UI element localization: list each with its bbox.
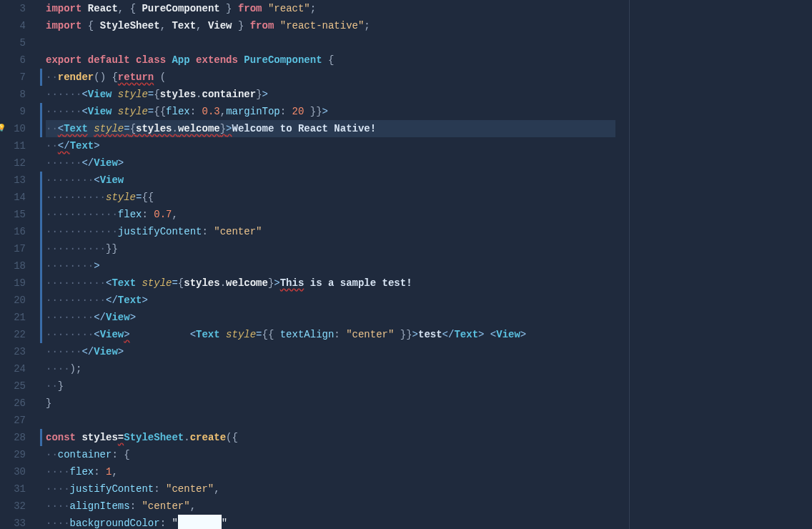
token-punc: () xyxy=(94,71,106,83)
token-jsxbr: > xyxy=(322,106,328,117)
line-number[interactable]: 12 xyxy=(0,154,26,172)
line-number[interactable]: 3 xyxy=(0,0,26,17)
line-number[interactable]: 26 xyxy=(0,395,26,412)
line-number[interactable]: 16 xyxy=(0,223,26,240)
token-prop: marginTop xyxy=(226,106,280,117)
line-number[interactable]: 25 xyxy=(0,377,26,395)
token-str: "center" xyxy=(214,226,262,237)
token-cls: App xyxy=(172,54,189,66)
line-number[interactable]: 22 xyxy=(0,326,26,343)
token-jsxbr: </ xyxy=(81,346,94,357)
token-txt: test xyxy=(418,329,442,340)
code-line[interactable]: ········<View xyxy=(46,172,615,189)
code-line[interactable]: ··········<Text style={styles.welcome}>T… xyxy=(46,275,615,292)
code-line[interactable]: } xyxy=(46,395,615,412)
change-marker xyxy=(40,275,42,292)
line-number[interactable]: 31 xyxy=(0,480,26,498)
code-line[interactable]: ········> xyxy=(46,257,615,275)
line-number[interactable]: 32 xyxy=(0,498,26,515)
code-line[interactable]: import { StyleSheet, Text, View } from "… xyxy=(46,17,615,34)
line-number[interactable]: 10💡 xyxy=(0,120,26,137)
token-tag: Text xyxy=(118,295,142,306)
line-number[interactable]: 4 xyxy=(0,17,26,34)
line-number[interactable]: 30 xyxy=(0,463,26,480)
line-number[interactable]: 29 xyxy=(0,446,26,463)
token-punc: ); xyxy=(70,363,82,375)
token-jsxbr: > xyxy=(226,123,232,134)
line-number[interactable]: 28 xyxy=(0,429,26,446)
token-cls: StyleSheet xyxy=(124,432,184,443)
whitespace-dots: ············ xyxy=(46,226,118,237)
token-fn: render xyxy=(58,71,94,83)
change-marker xyxy=(40,223,42,240)
code-line[interactable]: ····backgroundColor: "#F5FCFF" xyxy=(46,515,615,529)
line-number[interactable]: 20 xyxy=(0,292,26,309)
line-number[interactable]: 15 xyxy=(0,206,26,223)
token-id: styles xyxy=(81,432,117,443)
token-jsxbr: > xyxy=(130,312,136,323)
line-number[interactable]: 18 xyxy=(0,257,26,275)
code-line[interactable]: ····justifyContent: "center", xyxy=(46,480,615,498)
token-kw: class xyxy=(136,54,166,66)
code-line[interactable]: ··<Text style={styles.welcome}>Welcome t… xyxy=(46,120,615,137)
line-number[interactable]: 11 xyxy=(0,137,26,154)
code-line[interactable]: ··········}} xyxy=(46,240,615,257)
token-punc: . xyxy=(220,277,226,289)
line-number[interactable]: 13 xyxy=(0,172,26,189)
line-number[interactable]: 17 xyxy=(0,240,26,257)
line-number[interactable]: 7 xyxy=(0,69,26,86)
whitespace-dots: ···· xyxy=(46,363,70,375)
code-line[interactable]: ············justifyContent: "center" xyxy=(46,223,615,240)
token-tag: View xyxy=(496,329,520,340)
code-line[interactable] xyxy=(46,412,615,429)
change-marker xyxy=(40,429,42,446)
line-number[interactable]: 5 xyxy=(0,34,26,51)
token-tag: Text xyxy=(70,140,94,152)
code-line[interactable]: ······</View> xyxy=(46,154,615,172)
token-attr: style xyxy=(118,106,148,117)
code-line[interactable]: ··········style={{ xyxy=(46,189,615,206)
whitespace-dots: ···· xyxy=(46,466,70,478)
lightbulb-icon[interactable]: 💡 xyxy=(0,120,6,137)
line-number[interactable]: 8 xyxy=(0,86,26,103)
code-line[interactable]: import React, { PureComponent } from "re… xyxy=(46,0,615,17)
code-line[interactable]: ······<View style={{flex: 0.3,marginTop:… xyxy=(46,103,615,120)
token-quote: " xyxy=(222,518,227,529)
line-number[interactable]: 6 xyxy=(0,51,26,69)
whitespace-dots: ············ xyxy=(46,209,118,220)
token-prop: flex xyxy=(166,106,190,117)
line-number[interactable]: 24 xyxy=(0,360,26,377)
code-line[interactable]: ··container: { xyxy=(46,446,615,463)
line-number[interactable]: 27 xyxy=(0,412,26,429)
token-punc: : xyxy=(334,329,340,340)
line-number[interactable]: 19 xyxy=(0,275,26,292)
code-line[interactable]: ··} xyxy=(46,377,615,395)
line-number[interactable]: 21 xyxy=(0,309,26,326)
code-line[interactable]: ····); xyxy=(46,360,615,377)
line-number[interactable]: 9 xyxy=(0,103,26,120)
line-number[interactable]: 14 xyxy=(0,189,26,206)
line-number[interactable]: 23 xyxy=(0,343,26,360)
token-jsxbr: < xyxy=(94,329,99,340)
code-line[interactable]: ··</Text> xyxy=(46,137,615,154)
code-line[interactable]: export default class App extends PureCom… xyxy=(46,51,615,69)
token-jsxbr: > xyxy=(124,329,129,340)
token-jsxbr: < xyxy=(94,174,99,186)
code-line[interactable]: ······</View> xyxy=(46,343,615,360)
token-punc: , xyxy=(118,3,124,14)
token-kw: export xyxy=(46,54,81,66)
line-number[interactable]: 33 xyxy=(0,515,26,529)
code-line[interactable]: ········</View> xyxy=(46,309,615,326)
change-marker xyxy=(40,120,42,137)
code-line[interactable]: ··render() {return ( xyxy=(46,69,615,86)
code-line[interactable]: ······<View style={styles.container}> xyxy=(46,86,615,103)
code-line[interactable]: const styles=StyleSheet.create({ xyxy=(46,429,615,446)
code-line[interactable]: ········<View> <Text style={{ textAlign:… xyxy=(46,326,615,343)
code-line[interactable]: ··········</Text> xyxy=(46,292,615,309)
code-line[interactable]: ····alignItems: "center", xyxy=(46,498,615,515)
code-line[interactable]: ····flex: 1, xyxy=(46,463,615,480)
code-line[interactable] xyxy=(46,34,615,51)
token-jsxbr: > xyxy=(142,295,147,306)
code-line[interactable]: ············flex: 0.7, xyxy=(46,206,615,223)
code-editor[interactable]: import React, { PureComponent } from "re… xyxy=(36,0,615,529)
